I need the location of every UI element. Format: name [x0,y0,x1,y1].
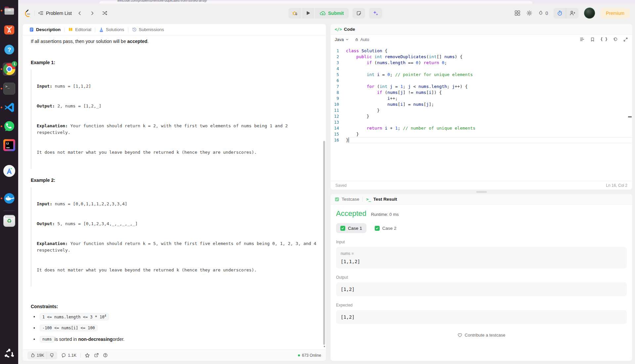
bookmark-button[interactable] [590,37,595,42]
input-box[interactable]: nums = [1,1,2] [336,247,627,268]
share-button[interactable] [94,353,99,358]
auto-label: Auto [360,37,369,42]
code-line[interactable]: 14 return i + 1; // number of unique ele… [331,125,632,131]
tab-testcase[interactable]: Testcase [335,197,359,202]
comments-count: 1.1K [68,353,76,358]
comments-button[interactable]: 1.1K [61,353,76,358]
case-2-chip[interactable]: Case 2 [370,223,401,233]
android-studio-icon[interactable] [3,164,16,178]
shuffle-icon [102,10,107,16]
right-column: </> Code Java Auto { } [330,24,632,361]
run-button[interactable] [302,8,314,19]
tab-test-result[interactable]: >_ Test Result [366,197,397,202]
browser-url-bar[interactable]: leetcode.com/problems/remove-duplicates-… [18,0,635,4]
avatar[interactable] [584,8,595,19]
like-button[interactable]: 19K [27,351,47,359]
problem-list-button[interactable]: Problem List [38,10,72,16]
docker-icon[interactable] [3,192,16,205]
code-line[interactable]: 9 i++; [331,96,632,101]
terminal-icon[interactable]: >_ [3,82,16,95]
code-line[interactable]: 16} [331,137,632,143]
files-icon[interactable] [3,4,16,17]
fullscreen-button[interactable] [623,37,628,42]
likes-count: 19K [37,353,44,358]
overview-ruler-cursor [628,116,632,117]
random-question-button[interactable] [100,9,109,18]
vscode-icon[interactable] [3,101,16,114]
tab-testcase-label: Testcase [342,197,359,202]
favorite-button[interactable] [85,353,90,358]
tab-solutions-label: Solutions [106,27,124,32]
code-line[interactable]: 1class Solution { [331,48,632,54]
code-line[interactable]: 4 [331,66,632,72]
code-line[interactable]: 6 [331,78,632,84]
code-line[interactable]: 12 } [331,113,632,119]
ubuntu-logo-icon[interactable] [3,347,16,360]
example-2-block: Input: nums = [0,0,1,1,1,2,2,3,3,4] Outp… [31,187,318,287]
notes-button[interactable] [353,8,365,19]
code-toolbar: Java Auto { } [331,35,632,44]
code-toolbar-actions: { } [579,37,628,42]
stopwatch-icon [557,10,563,16]
tab-solutions[interactable]: Solutions [96,24,127,35]
tab-editorial[interactable]: Editorial [65,24,94,35]
chrome-icon[interactable]: 1 [3,62,16,76]
flame-icon [538,10,544,16]
code-editor[interactable]: 1class Solution {2 public int removeDupl… [331,44,632,181]
layout-button[interactable] [514,10,521,16]
timer-button[interactable] [554,8,566,19]
help-button[interactable] [103,353,108,358]
format-button[interactable] [579,37,585,42]
code-line[interactable]: 13 [331,119,632,125]
intro-text: If all assertions pass, then your soluti… [31,38,318,45]
submit-button[interactable]: Submit [315,8,349,19]
case-pass-icon [375,226,380,231]
reset-code-button[interactable] [613,37,618,42]
tab-submissions[interactable]: Submissions [129,24,167,35]
navbar-divider [34,11,35,16]
question-circle-icon [103,353,108,358]
invite-button[interactable] [566,8,578,19]
description-scrollbar[interactable] [323,141,325,345]
ai-assistant-button[interactable] [369,8,382,19]
intellij-idea-icon[interactable]: IJ [3,139,16,152]
snippets-button[interactable]: { } [600,37,608,42]
code-line[interactable]: 15 } [331,131,632,137]
tab-divider [64,27,64,32]
help-icon[interactable]: ? [3,43,16,56]
trash-icon[interactable]: ♻ [3,214,16,227]
runtime-text: Runtime: 0 ms [371,212,399,217]
language-select[interactable]: Java [335,37,349,42]
leetcode-logo[interactable] [23,9,31,17]
code-line[interactable]: 11 } [331,107,632,113]
auto-mode-toggle[interactable]: Auto [355,37,369,42]
code-line[interactable]: 3 if (nums.length == 0) return 0; [331,60,632,66]
code-line[interactable]: 5 int i = 0; // pointer for unique eleme… [331,72,632,78]
streak-count: 0 [545,11,548,16]
code-line[interactable]: 2 public int removeDuplicates(int[] nums… [331,54,632,60]
problem-list-icon [38,10,44,16]
streak-counter[interactable]: 0 [538,10,548,16]
tab-description[interactable]: Description [26,24,64,35]
svg-text:A: A [7,28,11,34]
scrollbar-down-arrow[interactable]: ▾ [323,345,325,348]
dislike-button[interactable] [47,351,57,359]
debugger-button[interactable] [288,8,301,19]
next-question-button[interactable] [88,9,97,18]
app-center-icon[interactable]: A [3,23,16,36]
premium-button[interactable]: Premium [601,8,630,18]
case-2-label: Case 2 [382,226,397,231]
code-icon: </> [335,27,342,32]
panel-resize-handle[interactable] [330,190,632,194]
text-cursor [349,138,349,142]
case-1-chip[interactable]: Case 1 [336,223,366,233]
settings-button[interactable] [526,10,532,16]
contribute-testcase-button[interactable]: Contribute a testcase [336,333,627,338]
prev-question-button[interactable] [75,9,84,18]
code-line[interactable]: 10 nums[i] = nums[j]; [331,101,632,107]
submissions-history-icon [132,27,137,32]
code-line[interactable]: 7 for (int j = 1; j < nums.length; j++) … [331,84,632,90]
whatsapp-icon[interactable] [3,120,16,133]
thumbs-up-icon [30,353,35,358]
code-line[interactable]: 8 if (nums[j] != nums[i]) { [331,90,632,96]
